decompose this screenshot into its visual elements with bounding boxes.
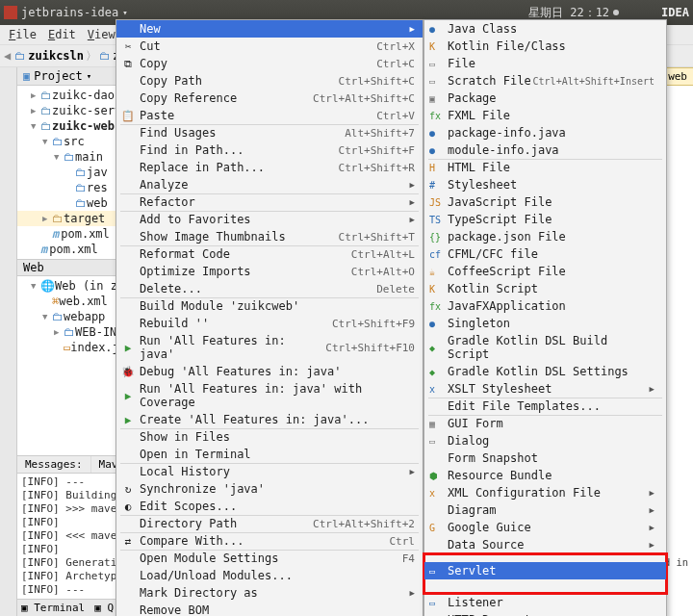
- menu-item[interactable]: ▶Run 'All Features in: java' with Covera…: [116, 380, 423, 411]
- menu-item[interactable]: ▶Create 'All Features in: java'...: [116, 411, 423, 428]
- menu-item[interactable]: ⬢Resource Bundle: [424, 467, 666, 484]
- menu-item[interactable]: New▶: [116, 20, 423, 38]
- menu-view[interactable]: View: [83, 27, 120, 42]
- chevron-down-icon[interactable]: ▾: [87, 71, 91, 81]
- menu-shortcut: Ctrl+Alt+O: [351, 266, 415, 278]
- menu-item[interactable]: Data Source▶: [424, 536, 666, 553]
- menu-item[interactable]: KKotlin File/Class: [424, 38, 666, 55]
- menu-item[interactable]: ☕CoffeeScript File: [424, 263, 666, 280]
- menu-item[interactable]: cfCFML/CFC file: [424, 245, 666, 263]
- app-title: jetbrains-idea: [21, 6, 118, 19]
- menu-item[interactable]: ●module-info.java: [424, 141, 666, 159]
- menu-item[interactable]: ✂CutCtrl+X: [116, 38, 423, 55]
- menu-item[interactable]: ⧉CopyCtrl+C: [116, 55, 423, 72]
- file-icon: H: [429, 163, 435, 173]
- menu-item-label: Paste: [140, 109, 174, 122]
- menu-item[interactable]: Directory PathCtrl+Alt+Shift+2: [116, 515, 423, 532]
- menu-item[interactable]: ▭Dialog: [424, 432, 666, 449]
- menu-item[interactable]: ▣Package: [424, 90, 666, 107]
- menu-item-servlet[interactable]: ▭Servlet: [424, 562, 666, 579]
- menu-item-label: Local History: [140, 465, 230, 478]
- menu-item-label: Copy Path: [140, 74, 202, 88]
- terminal-tab[interactable]: ▣ Terminal: [21, 602, 85, 614]
- menu-item-label: Open in Terminal: [140, 448, 251, 461]
- menu-item[interactable]: ●Singleton: [424, 315, 666, 332]
- folder-icon: 🗀: [99, 49, 111, 63]
- menu-item-label: FXML File: [448, 109, 510, 122]
- menu-item[interactable]: ↻Synchronize 'java': [116, 480, 423, 498]
- menu-item[interactable]: ▭Listener: [424, 594, 666, 611]
- menu-item[interactable]: Copy ReferenceCtrl+Alt+Shift+C: [116, 90, 423, 107]
- menu-item[interactable]: Show Image ThumbnailsCtrl+Shift+T: [116, 228, 423, 245]
- menu-item[interactable]: Analyze▶: [116, 176, 423, 193]
- menu-shortcut: Ctrl+C: [376, 58, 415, 70]
- q-tab[interactable]: ▣ Q: [94, 602, 114, 614]
- menu-item[interactable]: Show in Files: [116, 428, 423, 446]
- menu-item-label: Listener: [448, 596, 503, 609]
- new-submenu[interactable]: ●Java ClassKKotlin File/Class▭File▭Scrat…: [424, 19, 667, 616]
- menu-item[interactable]: Find UsagesAlt+Shift+7: [116, 124, 423, 141]
- breadcrumb-1[interactable]: zuikcsln: [28, 49, 84, 63]
- menu-item[interactable]: Reformat CodeCtrl+Alt+L: [116, 245, 423, 263]
- menu-item[interactable]: ▭Scratch FileCtrl+Alt+Shift+Insert: [424, 72, 666, 90]
- menu-item[interactable]: ◆Gradle Kotlin DSL Settings: [424, 363, 666, 380]
- menu-item[interactable]: Add to Favorites▶: [116, 211, 423, 228]
- menu-item[interactable]: ↗HTTP Request: [424, 611, 666, 616]
- menu-item[interactable]: ●Java Class: [424, 20, 666, 38]
- menu-item[interactable]: Replace in Path...Ctrl+Shift+R: [116, 159, 423, 176]
- menu-item[interactable]: Diagram▶: [424, 501, 666, 519]
- menu-item[interactable]: Mark Directory as▶: [116, 584, 423, 602]
- menu-item[interactable]: ▶Run 'All Features in: java'Ctrl+Shift+F…: [116, 332, 423, 363]
- menu-item[interactable]: Delete...Delete: [116, 280, 423, 297]
- menu-item[interactable]: 📋PasteCtrl+V: [116, 107, 423, 124]
- menu-item[interactable]: fxFXML File: [424, 107, 666, 124]
- folder-icon: 🗀: [14, 49, 26, 63]
- menu-item[interactable]: ◐Edit Scopes...: [116, 498, 423, 515]
- file-icon: x: [429, 488, 435, 499]
- menu-item[interactable]: Copy PathCtrl+Shift+C: [116, 72, 423, 90]
- menu-item-label: New: [140, 22, 161, 36]
- menu-item[interactable]: Find in Path...Ctrl+Shift+F: [116, 141, 423, 159]
- menu-item-icon: ⇄: [120, 535, 136, 548]
- menu-item[interactable]: xXSLT Stylesheet▶: [424, 380, 666, 398]
- menu-item[interactable]: ▦GUI Form: [424, 415, 666, 432]
- menu-item[interactable]: JSJavaScript File: [424, 193, 666, 211]
- menu-item[interactable]: Edit File Templates...: [424, 398, 666, 415]
- title-dropdown-icon[interactable]: ▾: [122, 8, 127, 17]
- submenu-arrow-icon: ▶: [410, 24, 415, 34]
- menu-shortcut: Ctrl+Alt+Shift+C: [313, 92, 415, 105]
- menu-item[interactable]: xXML Configuration File▶: [424, 484, 666, 501]
- menu-shortcut: Ctrl+X: [376, 40, 415, 53]
- menu-item[interactable]: Optimize ImportsCtrl+Alt+O: [116, 263, 423, 280]
- nav-back-icon[interactable]: ◀: [4, 49, 11, 63]
- menu-item[interactable]: Load/Unload Modules...: [116, 567, 423, 584]
- menu-item[interactable]: Form Snapshot: [424, 449, 666, 467]
- menu-shortcut: Ctrl+Shift+C: [339, 75, 415, 88]
- menu-item[interactable]: Open Module SettingsF4: [116, 550, 423, 567]
- menu-item[interactable]: GGoogle Guice▶: [424, 519, 666, 536]
- menu-item[interactable]: ⇄Compare With...Ctrl: [116, 532, 423, 550]
- menu-item[interactable]: ◆Gradle Kotlin DSL Build Script: [424, 332, 666, 363]
- menu-edit[interactable]: Edit: [43, 27, 81, 42]
- menu-item[interactable]: Local History▶: [116, 463, 423, 480]
- menu-item[interactable]: ▭File: [424, 55, 666, 72]
- menu-item[interactable]: TSTypeScript File: [424, 211, 666, 228]
- menu-item[interactable]: HHTML File: [424, 159, 666, 176]
- menu-item[interactable]: Refactor▶: [116, 193, 423, 211]
- menu-item[interactable]: ●package-info.java: [424, 124, 666, 141]
- menu-item-label: Scratch File: [448, 74, 531, 88]
- menu-item[interactable]: fxJavaFXApplication: [424, 297, 666, 315]
- menu-item-icon: ▶: [120, 342, 136, 354]
- menu-item[interactable]: KKotlin Script: [424, 280, 666, 297]
- menu-item[interactable]: 🐞Debug 'All Features in: java': [116, 363, 423, 380]
- menu-item[interactable]: Open in Terminal: [116, 446, 423, 463]
- menu-item[interactable]: Remove BOM: [116, 602, 423, 616]
- menu-item[interactable]: #Stylesheet: [424, 176, 666, 193]
- menu-item[interactable]: {}package.json File: [424, 228, 666, 245]
- menu-file[interactable]: File: [4, 27, 41, 42]
- menu-shortcut: Ctrl+V: [376, 110, 415, 122]
- menu-item[interactable]: Rebuild ''Ctrl+Shift+F9: [116, 315, 423, 332]
- context-menu[interactable]: New▶✂CutCtrl+X⧉CopyCtrl+CCopy PathCtrl+S…: [116, 19, 424, 616]
- menu-item[interactable]: Build Module 'zuikcweb': [116, 297, 423, 315]
- menu-item-label: package-info.java: [448, 126, 566, 140]
